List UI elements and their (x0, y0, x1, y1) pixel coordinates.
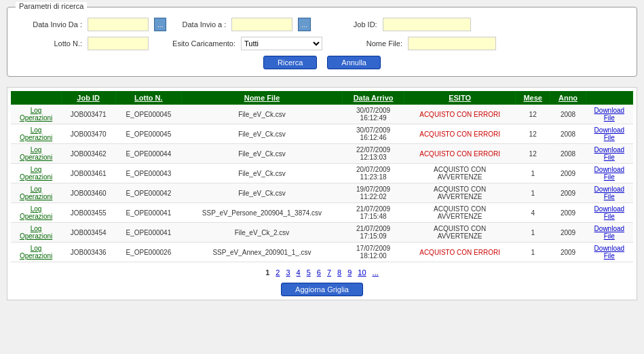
lotto-cell: E_OPE000041 (115, 223, 182, 243)
pagination-page-9[interactable]: 9 (345, 268, 354, 277)
log-operazioni-link[interactable]: LogOperazioni (20, 166, 52, 181)
results-table: Job ID Lotto N. Nome File Data Arrivo ES… (11, 91, 633, 262)
data-arrivo-cell: 19/07/200911:22:02 (342, 183, 404, 203)
mese-cell: 4 (515, 203, 550, 223)
data-arrivo-cell: 30/07/200916:12:46 (342, 124, 404, 144)
data-invio-da-btn[interactable]: ... (154, 18, 166, 31)
job-id-cell: JOB003470 (61, 124, 115, 144)
anno-cell: 2009 (550, 203, 586, 223)
download-cell: DownloadFile (586, 223, 632, 243)
lotto-cell: E_OPE000044 (115, 144, 182, 164)
table-row: LogOperazioni JOB003455 E_OPE000041 SSP_… (11, 203, 633, 223)
table-row: LogOperazioni JOB003470 E_OPE000045 File… (11, 124, 633, 144)
job-id-cell: JOB003454 (61, 223, 115, 243)
job-id-input[interactable] (383, 18, 471, 31)
data-arrivo-cell: 20/07/200911:23:18 (342, 164, 404, 183)
pagination-page-7[interactable]: 7 (325, 268, 333, 277)
table-row: LogOperazioni JOB003460 E_OPE000042 File… (11, 183, 633, 203)
lotto-cell: E_OPE000042 (115, 183, 182, 203)
pagination-page-6[interactable]: 6 (315, 268, 323, 277)
download-file-link[interactable]: DownloadFile (594, 107, 624, 122)
annulla-button[interactable]: Annulla (327, 56, 381, 69)
job-id-cell: JOB003471 (61, 105, 115, 124)
col-nome-file: Nome File (182, 91, 343, 105)
pagination-page-2[interactable]: 2 (273, 268, 282, 277)
data-arrivo-cell: 21/07/200917:15:48 (342, 203, 404, 223)
esito-cell: ACQUISTO CON ERRORI (404, 124, 516, 144)
download-file-link[interactable]: DownloadFile (594, 205, 624, 220)
mese-cell: 12 (515, 105, 550, 124)
pagination-page-5[interactable]: 5 (305, 268, 313, 277)
esito-select[interactable]: Tutti Successo Errore Avvertenze (241, 37, 322, 50)
log-operazioni-link[interactable]: LogOperazioni (20, 126, 52, 141)
log-operazioni-link[interactable]: LogOperazioni (20, 146, 52, 161)
anno-cell: 2009 (550, 243, 586, 262)
lotto-cell: E_OPE000041 (115, 203, 182, 223)
log-cell: LogOperazioni (11, 223, 61, 243)
mese-cell: 1 (515, 243, 550, 262)
data-invio-da-input[interactable] (88, 18, 149, 31)
anno-cell: 2008 (550, 144, 586, 164)
search-row-1: Data Invio Da : ... Data Invio a : ... J… (21, 18, 623, 31)
nome-file-cell: File_eV_Ck.csv (182, 164, 343, 183)
grid-container: Job ID Lotto N. Nome File Data Arrivo ES… (7, 87, 637, 300)
data-invio-a-input[interactable] (231, 18, 292, 31)
esito-cell: ACQUISTO CON ERRORI (404, 243, 516, 262)
lotto-cell: E_OPE000026 (115, 243, 182, 262)
log-cell: LogOperazioni (11, 124, 61, 144)
log-operazioni-link[interactable]: LogOperazioni (20, 225, 52, 240)
esito-cell: ACQUISTO CONAVVERTENZE (404, 164, 516, 183)
job-id-cell: JOB003461 (61, 164, 115, 183)
lotto-cell: E_OPE000043 (115, 164, 182, 183)
pagination-page-3[interactable]: 3 (284, 268, 292, 277)
job-id-cell: JOB003436 (61, 243, 115, 262)
log-cell: LogOperazioni (11, 105, 61, 124)
esito-label: Esito Caricamento: (161, 39, 235, 48)
log-operazioni-link[interactable]: LogOperazioni (20, 107, 52, 122)
download-cell: DownloadFile (586, 203, 632, 223)
search-buttons: Ricerca Annulla (21, 56, 623, 69)
anno-cell: 2008 (550, 105, 586, 124)
table-row: LogOperazioni JOB003436 E_OPE000026 SSP_… (11, 243, 633, 262)
anno-cell: 2009 (550, 183, 586, 203)
download-file-link[interactable]: DownloadFile (594, 166, 624, 181)
log-operazioni-link[interactable]: LogOperazioni (20, 245, 52, 260)
nome-file-input[interactable] (408, 37, 496, 50)
data-invio-a-btn[interactable]: ... (298, 18, 310, 31)
table-row: LogOperazioni JOB003461 E_OPE000043 File… (11, 164, 633, 183)
pagination: 12345678910... (11, 268, 633, 277)
esito-cell: ACQUISTO CON ERRORI (404, 144, 516, 164)
download-file-link[interactable]: DownloadFile (594, 185, 624, 200)
download-file-link[interactable]: DownloadFile (594, 225, 624, 240)
col-data-arrivo: Data Arrivo (342, 91, 404, 105)
lotto-n-label: Lotto N.: (21, 39, 82, 48)
lotto-cell: E_OPE000045 (115, 105, 182, 124)
table-row: LogOperazioni JOB003462 E_OPE000044 File… (11, 144, 633, 164)
log-operazioni-link[interactable]: LogOperazioni (20, 205, 52, 220)
pagination-ellipsis[interactable]: ... (371, 268, 381, 277)
col-lotto: Lotto N. (115, 91, 182, 105)
pagination-page-4[interactable]: 4 (295, 268, 303, 277)
aggiorna-griglia-button[interactable]: Aggiorna Griglia (281, 283, 363, 296)
nome-file-cell: SSP_eV_Persone_200904_1_3874.csv (182, 203, 343, 223)
mese-cell: 1 (515, 223, 550, 243)
log-cell: LogOperazioni (11, 164, 61, 183)
table-row: LogOperazioni JOB003471 E_OPE000045 File… (11, 105, 633, 124)
ricerca-button[interactable]: Ricerca (263, 56, 317, 69)
data-arrivo-cell: 17/07/200918:12:00 (342, 243, 404, 262)
mese-cell: 1 (515, 183, 550, 203)
download-file-link[interactable]: DownloadFile (594, 146, 624, 161)
log-cell: LogOperazioni (11, 203, 61, 223)
job-id-label: Job ID: (343, 20, 377, 29)
download-cell: DownloadFile (586, 243, 632, 262)
download-file-link[interactable]: DownloadFile (594, 126, 624, 141)
search-panel: Parametri di ricerca Data Invio Da : ...… (7, 7, 637, 77)
lotto-n-input[interactable] (88, 37, 149, 50)
data-invio-a-label: Data Invio a : (172, 20, 226, 29)
log-operazioni-link[interactable]: LogOperazioni (20, 185, 52, 200)
pagination-page-10[interactable]: 10 (356, 268, 368, 277)
download-file-link[interactable]: DownloadFile (594, 245, 624, 260)
pagination-page-8[interactable]: 8 (335, 268, 343, 277)
pagination-page-1: 1 (263, 268, 271, 277)
nome-file-cell: File_eV_Ck.csv (182, 124, 343, 144)
